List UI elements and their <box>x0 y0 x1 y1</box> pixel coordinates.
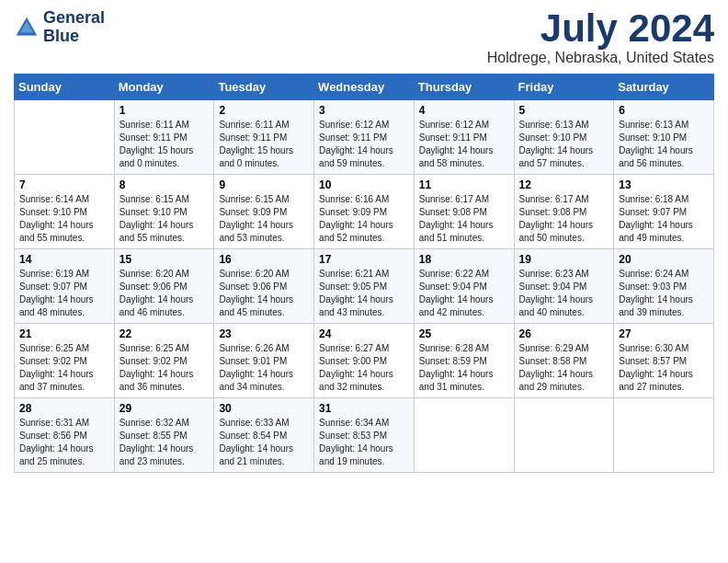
cell-sun-info: Sunrise: 6:12 AMSunset: 9:11 PMDaylight:… <box>319 119 409 170</box>
calendar-cell: 15Sunrise: 6:20 AMSunset: 9:06 PMDayligh… <box>114 249 214 324</box>
cell-sun-info: Sunrise: 6:25 AMSunset: 9:02 PMDaylight:… <box>119 342 210 394</box>
day-number: 25 <box>419 327 509 340</box>
calendar-week-row: 14Sunrise: 6:19 AMSunset: 9:07 PMDayligh… <box>15 249 714 324</box>
day-number: 12 <box>519 178 609 191</box>
day-number: 23 <box>219 327 309 340</box>
day-number: 5 <box>519 104 609 117</box>
cell-sun-info: Sunrise: 6:11 AMSunset: 9:11 PMDaylight:… <box>219 119 309 170</box>
day-number: 8 <box>119 178 210 191</box>
calendar-cell: 11Sunrise: 6:17 AMSunset: 9:08 PMDayligh… <box>414 175 514 249</box>
cell-sun-info: Sunrise: 6:15 AMSunset: 9:09 PMDaylight:… <box>219 193 309 245</box>
logo: General Blue <box>14 9 105 46</box>
day-number: 13 <box>619 178 709 191</box>
cell-sun-info: Sunrise: 6:34 AMSunset: 8:53 PMDaylight:… <box>319 417 409 468</box>
cell-sun-info: Sunrise: 6:19 AMSunset: 9:07 PMDaylight:… <box>19 268 109 319</box>
cell-sun-info: Sunrise: 6:17 AMSunset: 9:08 PMDaylight:… <box>419 193 509 245</box>
cell-sun-info: Sunrise: 6:18 AMSunset: 9:07 PMDaylight:… <box>619 193 709 245</box>
calendar-cell: 21Sunrise: 6:25 AMSunset: 9:02 PMDayligh… <box>15 324 115 398</box>
weekday-header: Tuesday <box>214 75 314 100</box>
day-number: 30 <box>219 402 309 415</box>
calendar-cell: 14Sunrise: 6:19 AMSunset: 9:07 PMDayligh… <box>15 249 115 324</box>
calendar-cell: 22Sunrise: 6:25 AMSunset: 9:02 PMDayligh… <box>114 324 214 398</box>
weekday-header: Wednesday <box>314 75 415 100</box>
calendar-week-row: 21Sunrise: 6:25 AMSunset: 9:02 PMDayligh… <box>15 324 714 398</box>
calendar-cell: 5Sunrise: 6:13 AMSunset: 9:10 PMDaylight… <box>514 100 614 175</box>
calendar-cell: 7Sunrise: 6:14 AMSunset: 9:10 PMDaylight… <box>15 175 115 249</box>
day-number: 14 <box>19 253 109 266</box>
calendar-cell: 31Sunrise: 6:34 AMSunset: 8:53 PMDayligh… <box>314 398 415 473</box>
calendar-cell: 30Sunrise: 6:33 AMSunset: 8:54 PMDayligh… <box>214 398 314 473</box>
cell-sun-info: Sunrise: 6:25 AMSunset: 9:02 PMDaylight:… <box>19 342 109 394</box>
logo-icon <box>14 15 40 40</box>
weekday-header: Thursday <box>414 75 514 100</box>
cell-sun-info: Sunrise: 6:32 AMSunset: 8:55 PMDaylight:… <box>119 417 210 468</box>
day-number: 22 <box>119 327 210 340</box>
calendar-cell <box>514 398 614 473</box>
cell-sun-info: Sunrise: 6:27 AMSunset: 9:00 PMDaylight:… <box>319 342 409 394</box>
cell-sun-info: Sunrise: 6:13 AMSunset: 9:10 PMDaylight:… <box>519 119 609 170</box>
logo-text: General Blue <box>43 9 105 46</box>
calendar-cell: 1Sunrise: 6:11 AMSunset: 9:11 PMDaylight… <box>114 100 214 175</box>
weekday-header: Sunday <box>15 75 115 100</box>
month-year-title: July 2024 <box>487 9 714 48</box>
page-header: General Blue July 2024 Holdrege, Nebrask… <box>14 9 714 66</box>
calendar-week-row: 1Sunrise: 6:11 AMSunset: 9:11 PMDaylight… <box>15 100 714 175</box>
day-number: 26 <box>519 327 609 340</box>
title-block: July 2024 Holdrege, Nebraska, United Sta… <box>487 9 714 66</box>
cell-sun-info: Sunrise: 6:13 AMSunset: 9:10 PMDaylight:… <box>619 119 709 170</box>
cell-sun-info: Sunrise: 6:20 AMSunset: 9:06 PMDaylight:… <box>219 268 309 319</box>
cell-sun-info: Sunrise: 6:21 AMSunset: 9:05 PMDaylight:… <box>319 268 409 319</box>
day-number: 6 <box>619 104 709 117</box>
calendar-cell: 18Sunrise: 6:22 AMSunset: 9:04 PMDayligh… <box>414 249 514 324</box>
calendar-cell: 2Sunrise: 6:11 AMSunset: 9:11 PMDaylight… <box>214 100 314 175</box>
cell-sun-info: Sunrise: 6:23 AMSunset: 9:04 PMDaylight:… <box>519 268 609 319</box>
calendar-cell: 6Sunrise: 6:13 AMSunset: 9:10 PMDaylight… <box>614 100 714 175</box>
calendar-cell: 17Sunrise: 6:21 AMSunset: 9:05 PMDayligh… <box>314 249 415 324</box>
calendar-table: SundayMondayTuesdayWednesdayThursdayFrid… <box>14 74 714 473</box>
cell-sun-info: Sunrise: 6:29 AMSunset: 8:58 PMDaylight:… <box>519 342 609 394</box>
day-number: 4 <box>419 104 509 117</box>
cell-sun-info: Sunrise: 6:11 AMSunset: 9:11 PMDaylight:… <box>119 119 210 170</box>
day-number: 10 <box>319 178 409 191</box>
day-number: 7 <box>19 178 109 191</box>
day-number: 20 <box>619 253 709 266</box>
calendar-cell: 13Sunrise: 6:18 AMSunset: 9:07 PMDayligh… <box>614 175 714 249</box>
location-subtitle: Holdrege, Nebraska, United States <box>487 50 714 66</box>
calendar-cell: 9Sunrise: 6:15 AMSunset: 9:09 PMDaylight… <box>214 175 314 249</box>
calendar-cell: 3Sunrise: 6:12 AMSunset: 9:11 PMDaylight… <box>314 100 415 175</box>
calendar-cell <box>414 398 514 473</box>
cell-sun-info: Sunrise: 6:24 AMSunset: 9:03 PMDaylight:… <box>619 268 709 319</box>
day-number: 31 <box>319 402 409 415</box>
calendar-cell: 4Sunrise: 6:12 AMSunset: 9:11 PMDaylight… <box>414 100 514 175</box>
weekday-header: Monday <box>114 75 214 100</box>
day-number: 29 <box>119 402 210 415</box>
calendar-cell: 10Sunrise: 6:16 AMSunset: 9:09 PMDayligh… <box>314 175 415 249</box>
calendar-cell: 29Sunrise: 6:32 AMSunset: 8:55 PMDayligh… <box>114 398 214 473</box>
cell-sun-info: Sunrise: 6:30 AMSunset: 8:57 PMDaylight:… <box>619 342 709 394</box>
day-number: 19 <box>519 253 609 266</box>
calendar-cell: 27Sunrise: 6:30 AMSunset: 8:57 PMDayligh… <box>614 324 714 398</box>
calendar-cell <box>15 100 115 175</box>
calendar-cell: 19Sunrise: 6:23 AMSunset: 9:04 PMDayligh… <box>514 249 614 324</box>
cell-sun-info: Sunrise: 6:20 AMSunset: 9:06 PMDaylight:… <box>119 268 210 319</box>
day-number: 9 <box>219 178 309 191</box>
day-number: 11 <box>419 178 509 191</box>
calendar-cell: 16Sunrise: 6:20 AMSunset: 9:06 PMDayligh… <box>214 249 314 324</box>
cell-sun-info: Sunrise: 6:16 AMSunset: 9:09 PMDaylight:… <box>319 193 409 245</box>
calendar-cell: 26Sunrise: 6:29 AMSunset: 8:58 PMDayligh… <box>514 324 614 398</box>
weekday-header-row: SundayMondayTuesdayWednesdayThursdayFrid… <box>15 75 714 100</box>
calendar-week-row: 7Sunrise: 6:14 AMSunset: 9:10 PMDaylight… <box>15 175 714 249</box>
cell-sun-info: Sunrise: 6:31 AMSunset: 8:56 PMDaylight:… <box>19 417 109 468</box>
weekday-header: Friday <box>514 75 614 100</box>
calendar-cell <box>614 398 714 473</box>
day-number: 18 <box>419 253 509 266</box>
calendar-cell: 25Sunrise: 6:28 AMSunset: 8:59 PMDayligh… <box>414 324 514 398</box>
day-number: 28 <box>19 402 109 415</box>
calendar-cell: 20Sunrise: 6:24 AMSunset: 9:03 PMDayligh… <box>614 249 714 324</box>
calendar-cell: 24Sunrise: 6:27 AMSunset: 9:00 PMDayligh… <box>314 324 415 398</box>
day-number: 15 <box>119 253 210 266</box>
cell-sun-info: Sunrise: 6:22 AMSunset: 9:04 PMDaylight:… <box>419 268 509 319</box>
calendar-cell: 28Sunrise: 6:31 AMSunset: 8:56 PMDayligh… <box>15 398 115 473</box>
cell-sun-info: Sunrise: 6:33 AMSunset: 8:54 PMDaylight:… <box>219 417 309 468</box>
cell-sun-info: Sunrise: 6:15 AMSunset: 9:10 PMDaylight:… <box>119 193 210 245</box>
